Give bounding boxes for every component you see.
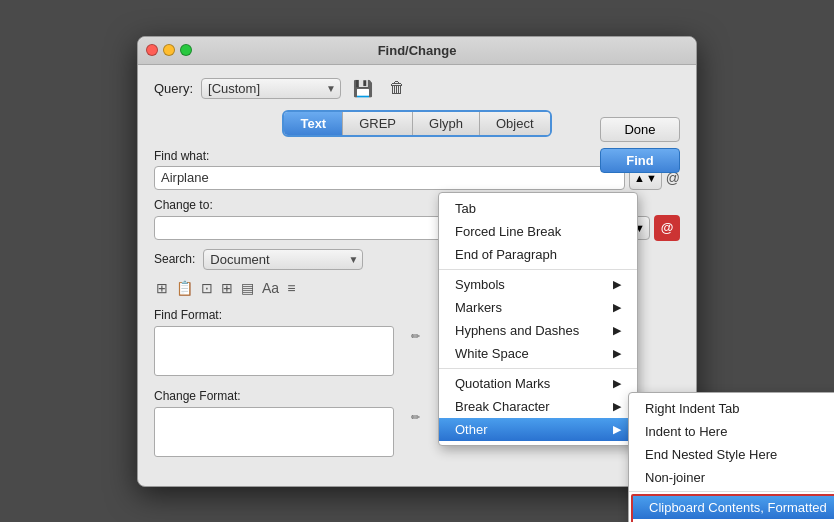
done-button[interactable]: Done (600, 117, 680, 142)
toolbar-icon-6[interactable]: Aa (260, 278, 281, 298)
menu-item-quotation-marks[interactable]: Quotation Marks▶ (439, 372, 637, 395)
query-row: Query: [Custom] ▼ 💾 🗑 (154, 77, 680, 100)
action-buttons: Done Find (600, 117, 680, 173)
query-select-wrapper: [Custom] ▼ (201, 78, 341, 99)
stepper-up: ▲ (634, 172, 645, 184)
white-space-arrow: ▶ (613, 347, 621, 360)
submenu-item-right-indent-tab[interactable]: Right Indent Tab (629, 397, 834, 420)
submenu-item-end-nested-style[interactable]: End Nested Style Here (629, 443, 834, 466)
break-arrow: ▶ (613, 400, 621, 413)
menu-item-end-of-paragraph[interactable]: End of Paragraph (439, 243, 637, 266)
toolbar-icon-7[interactable]: ≡ (285, 278, 297, 298)
stepper-down: ▼ (646, 172, 657, 184)
submenu-item-clipboard-unformatted[interactable]: Clipboard Contents, Unformatted (633, 519, 834, 523)
menu-item-other[interactable]: Other▶ (439, 418, 637, 441)
maximize-button[interactable] (180, 44, 192, 56)
other-submenu: Right Indent Tab Indent to Here End Nest… (628, 392, 834, 523)
submenu-divider (629, 491, 834, 492)
other-arrow: ▶ (613, 423, 621, 436)
tab-glyph[interactable]: Glyph (413, 112, 480, 135)
change-format-edit-btn[interactable]: ✏ (411, 411, 420, 424)
find-format-edit-btn[interactable]: ✏ (411, 330, 420, 343)
menu-item-forced-line-break[interactable]: Forced Line Break (439, 220, 637, 243)
find-format-box[interactable] (154, 326, 394, 376)
tab-text[interactable]: Text (284, 112, 343, 135)
toolbar-icon-3[interactable]: ⊡ (199, 278, 215, 298)
submenu-item-indent-to-here[interactable]: Indent to Here (629, 420, 834, 443)
change-format-box[interactable] (154, 407, 394, 457)
close-button[interactable] (146, 44, 158, 56)
menu-item-hyphens-dashes[interactable]: Hyphens and Dashes▶ (439, 319, 637, 342)
minimize-button[interactable] (163, 44, 175, 56)
window-controls (146, 44, 192, 56)
tab-object[interactable]: Object (480, 112, 550, 135)
dropdown-menu: Tab Forced Line Break End of Paragraph S… (438, 192, 638, 446)
menu-item-markers[interactable]: Markers▶ (439, 296, 637, 319)
symbols-arrow: ▶ (613, 278, 621, 291)
search-select[interactable]: Document (203, 249, 363, 270)
toolbar-icon-2[interactable]: 📋 (174, 278, 195, 298)
quotation-arrow: ▶ (613, 377, 621, 390)
menu-item-white-space[interactable]: White Space▶ (439, 342, 637, 365)
menu-item-tab[interactable]: Tab (439, 197, 637, 220)
hyphens-arrow: ▶ (613, 324, 621, 337)
search-select-wrapper: Document ▼ (203, 249, 363, 270)
toolbar-icon-1[interactable]: ⊞ (154, 278, 170, 298)
title-bar: Find/Change (138, 37, 696, 65)
find-button[interactable]: Find (600, 148, 680, 173)
submenu-red-outline: Clipboard Contents, Formatted Clipboard … (631, 494, 834, 523)
tab-group: Text GREP Glyph Object (282, 110, 551, 137)
find-change-window: Find/Change Query: [Custom] ▼ 💾 🗑 Text G… (137, 36, 697, 487)
menu-item-symbols[interactable]: Symbols▶ (439, 273, 637, 296)
tab-grep[interactable]: GREP (343, 112, 413, 135)
window-title: Find/Change (378, 43, 457, 58)
markers-arrow: ▶ (613, 301, 621, 314)
delete-query-button[interactable]: 🗑 (385, 77, 409, 99)
menu-item-break-character[interactable]: Break Character▶ (439, 395, 637, 418)
query-select[interactable]: [Custom] (201, 78, 341, 99)
toolbar-icon-5[interactable]: ▤ (239, 278, 256, 298)
special-at-button[interactable]: @ (654, 215, 680, 241)
submenu-item-non-joiner[interactable]: Non-joiner (629, 466, 834, 489)
find-what-input[interactable] (154, 166, 625, 190)
submenu-item-clipboard-formatted[interactable]: Clipboard Contents, Formatted (633, 496, 834, 519)
search-label: Search: (154, 252, 195, 266)
toolbar-icon-4[interactable]: ⊞ (219, 278, 235, 298)
save-query-button[interactable]: 💾 (349, 77, 377, 100)
query-label: Query: (154, 81, 193, 96)
menu-divider-2 (439, 368, 637, 369)
menu-divider-1 (439, 269, 637, 270)
